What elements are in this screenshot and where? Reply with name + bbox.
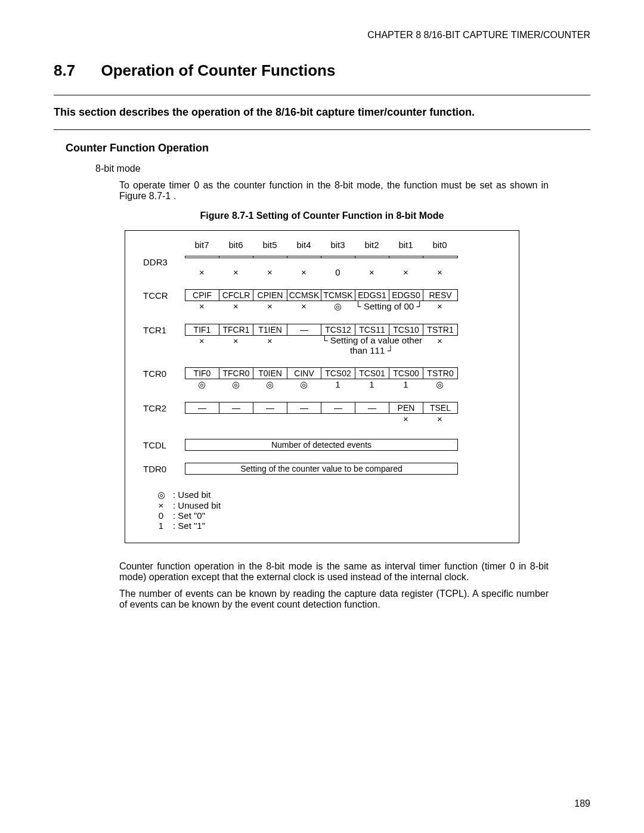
reg-cell: TCS11: [355, 324, 389, 335]
legend-text: : Set "0": [173, 510, 205, 521]
register-row-ddr3: DDR3: [143, 256, 501, 267]
legend-symbol: ×: [149, 500, 173, 510]
reg-cell: [185, 256, 219, 258]
legend: ◎ : Used bit × : Unused bit 0 : Set "0" …: [149, 490, 501, 531]
section-title-text: Operation of Counter Functions: [101, 61, 336, 79]
bit-mark: ×: [423, 267, 457, 277]
reg-cell: [423, 256, 457, 258]
divider: [54, 129, 590, 130]
reg-cell: TIF1: [185, 324, 219, 335]
bit-label: bit1: [389, 240, 423, 250]
reg-cell: —: [321, 402, 355, 413]
bit-mark: [287, 336, 321, 355]
reg-cell: PEN: [389, 402, 423, 413]
bit-label: bit4: [287, 240, 321, 250]
reg-cell: TCS02: [321, 368, 355, 379]
reg-cell: —: [185, 402, 219, 413]
register-label: TCR2: [143, 402, 185, 413]
bit-mark: ×: [287, 301, 321, 312]
reg-cell: [253, 256, 287, 258]
section-number: 8.7: [54, 61, 75, 79]
bit-mark: ×: [219, 301, 253, 312]
reg-cell: T0IEN: [253, 368, 287, 379]
reg-cell: —: [355, 402, 389, 413]
bit-mark: ×: [389, 267, 423, 277]
bit-mark: ◎: [287, 379, 321, 390]
legend-text: : Used bit: [173, 490, 210, 500]
register-row-tcdl: TCDL Number of detected events: [143, 439, 501, 451]
bit-mark: ◎: [185, 379, 219, 390]
reg-cell-full: Setting of the counter value to be compa…: [185, 463, 457, 474]
body-paragraph: To operate timer 0 as the counter functi…: [119, 180, 549, 202]
bit-label: bit2: [355, 240, 389, 250]
body-paragraph: Counter function operation in the 8-bit …: [119, 561, 549, 583]
register-label: DDR3: [143, 256, 185, 267]
bit-note: └ Setting of a value other than 111 ┘: [321, 336, 423, 355]
reg-cell: EDGS0: [389, 290, 423, 301]
legend-row: 1 : Set "1": [149, 521, 501, 531]
reg-cell: TFCR0: [219, 368, 253, 379]
bit-mark: ×: [253, 336, 287, 355]
reg-cell: [287, 256, 321, 258]
reg-cell: TCS01: [355, 368, 389, 379]
reg-cell: [389, 256, 423, 258]
legend-text: : Set "1": [173, 521, 205, 531]
bit-mark: 1: [321, 379, 355, 390]
bit-note-text: Setting of a value other than 111: [330, 335, 422, 355]
body-paragraph: The number of events can be known by rea…: [119, 589, 549, 610]
bit-label: bit0: [423, 240, 457, 250]
bit-mark: ◎: [253, 379, 287, 390]
register-row-tcr0: TCR0 TIF0 TFCR0 T0IEN CINV TCS02 TCS01 T…: [143, 367, 501, 379]
legend-row: 0 : Set "0": [149, 510, 501, 521]
reg-cell: TFCR1: [219, 324, 253, 335]
register-below-row: × ×: [185, 414, 501, 424]
register-below-row: ◎ ◎ ◎ ◎ 1 1 1 ◎: [185, 379, 501, 390]
register-label: TCR0: [143, 367, 185, 379]
reg-cell: EDGS1: [355, 290, 389, 301]
reg-cell: CCMSK: [287, 290, 321, 301]
bit-mark: ×: [253, 267, 287, 277]
bit-mark: ×: [219, 336, 253, 355]
register-cells: Setting of the counter value to be compa…: [185, 463, 458, 475]
register-label: TCR1: [143, 324, 185, 335]
bit-mark: 0: [321, 267, 355, 277]
bit-label: bit3: [321, 240, 355, 250]
reg-cell: [321, 256, 355, 258]
bit-mark: ◎: [219, 379, 253, 390]
bit-mark: ×: [185, 267, 219, 277]
register-cells: [185, 256, 458, 258]
reg-cell: RESV: [423, 290, 457, 301]
bit-header-row: bit7 bit6 bit5 bit4 bit3 bit2 bit1 bit0: [185, 240, 501, 250]
bit-mark: ×: [219, 267, 253, 277]
register-below-row: × × × × 0 × × ×: [185, 267, 501, 277]
bit-mark: [287, 414, 321, 424]
legend-text: : Unused bit: [173, 500, 221, 510]
register-below-row: × × × × ◎ └ Setting of 00 ┘ ×: [185, 301, 501, 312]
reg-cell: T1IEN: [253, 324, 287, 335]
reg-cell: TSTR1: [423, 324, 457, 335]
bit-mark: ◎: [423, 379, 457, 390]
divider: [54, 95, 590, 95]
bit-note-text: Setting of 00: [364, 301, 414, 311]
bit-note: └ Setting of 00 ┘: [355, 301, 423, 312]
page-number: 189: [574, 798, 590, 809]
bit-mark: [253, 414, 287, 424]
register-label: TCDL: [143, 439, 185, 450]
reg-cell: —: [287, 402, 321, 413]
reg-cell: CFCLR: [219, 290, 253, 301]
reg-cell: [219, 256, 253, 258]
bit-label: bit7: [185, 240, 219, 250]
register-cells: — — — — — — PEN TSEL: [185, 402, 458, 414]
subsection-title: Counter Function Operation: [66, 142, 590, 154]
register-cells: TIF0 TFCR0 T0IEN CINV TCS02 TCS01 TCS00 …: [185, 367, 458, 379]
section-title: 8.7 Operation of Counter Functions: [54, 61, 590, 80]
figure-box: bit7 bit6 bit5 bit4 bit3 bit2 bit1 bit0 …: [125, 230, 519, 543]
register-cells: Number of detected events: [185, 439, 458, 451]
reg-cell: CINV: [287, 368, 321, 379]
register-label: TDR0: [143, 463, 185, 474]
legend-symbol: ◎: [149, 490, 173, 500]
bit-mark: ×: [253, 301, 287, 312]
mode-label: 8-bit mode: [95, 163, 590, 174]
reg-cell: TSEL: [423, 402, 457, 413]
bit-mark: ×: [423, 301, 457, 312]
